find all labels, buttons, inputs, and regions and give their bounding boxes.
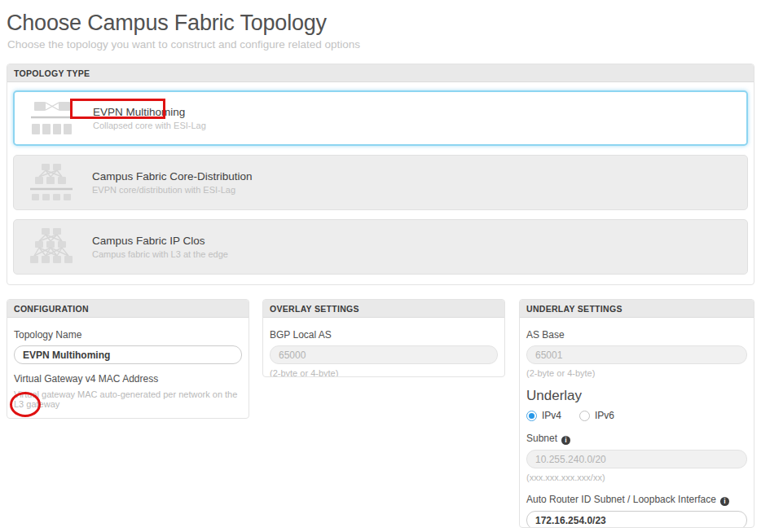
subnet-label-text: Subnet <box>526 433 557 444</box>
vgw-enabled-option[interactable]: Enabled <box>14 417 65 419</box>
subnet-hint: (xxx.xxx.xxx.xxx/xx) <box>526 473 747 482</box>
topology-name-input[interactable] <box>14 345 242 364</box>
ipv4-label: IPv4 <box>542 410 561 421</box>
bgp-local-as-input <box>270 345 498 364</box>
bgp-local-as-label: BGP Local AS <box>270 329 498 341</box>
underlay-settings-header: UNDERLAY SETTINGS <box>520 300 754 318</box>
topology-cards: EVPN Multihoming Collapsed core with ESI… <box>7 82 754 275</box>
underlay-settings-panel: UNDERLAY SETTINGS AS Base (2-byte or 4-b… <box>519 299 754 528</box>
vgw-disabled-label: Disabled <box>99 417 137 419</box>
ip-clos-icon <box>30 227 73 266</box>
as-base-hint: (2-byte or 4-byte) <box>526 368 747 378</box>
page-title: Choose Campus Fabric Topology <box>7 11 327 36</box>
configuration-body: Topology Name Virtual Gateway v4 MAC Add… <box>7 318 249 419</box>
as-base-label: AS Base <box>526 329 747 341</box>
ipv6-label: IPv6 <box>595 410 614 421</box>
topology-type-header: TOPOLOGY TYPE <box>7 64 754 82</box>
underlay-settings-body: AS Base (2-byte or 4-byte) Underlay IPv4… <box>520 318 754 528</box>
virtual-gateway-label: Virtual Gateway v4 MAC Address <box>14 373 242 385</box>
topology-option-text: EVPN Multihoming Collapsed core with ESI… <box>93 106 206 130</box>
ipv4-option[interactable]: IPv4 <box>526 410 561 421</box>
topology-name-label: Topology Name <box>14 329 242 341</box>
topology-option-text: Campus Fabric IP Clos Campus fabric with… <box>92 235 228 259</box>
topology-option-evpn-multihoming[interactable]: EVPN Multihoming Collapsed core with ESI… <box>13 90 748 146</box>
router-id-label: Auto Router ID Subnet / Loopback Interfa… <box>526 494 747 506</box>
router-id-info-icon[interactable]: i <box>720 497 729 506</box>
ipv6-option[interactable]: IPv6 <box>579 410 614 421</box>
configuration-header: CONFIGURATION <box>7 300 249 318</box>
vgw-enabled-radio[interactable] <box>14 418 24 420</box>
topology-option-core-distribution[interactable]: Campus Fabric Core-Distribution EVPN cor… <box>13 155 748 210</box>
router-id-label-text: Auto Router ID Subnet / Loopback Interfa… <box>526 494 716 505</box>
bgp-local-as-hint: (2-byte or 4-byte) <box>270 368 498 377</box>
overlay-settings-header: OVERLAY SETTINGS <box>263 300 504 318</box>
topology-option-ip-clos[interactable]: Campus Fabric IP Clos Campus fabric with… <box>13 219 748 275</box>
page-subtitle: Choose the topology you want to construc… <box>7 38 360 51</box>
subnet-input <box>526 450 747 468</box>
ipv4-radio[interactable] <box>526 411 537 421</box>
subnet-info-icon[interactable]: i <box>561 436 570 445</box>
configuration-panel: CONFIGURATION Topology Name Virtual Gate… <box>7 299 249 419</box>
topology-option-title: Campus Fabric IP Clos <box>92 235 228 247</box>
topology-option-subtitle: Campus fabric with L3 at the edge <box>92 249 228 259</box>
subnet-label: Subneti <box>526 433 747 445</box>
vgw-enabled-label: Enabled <box>29 417 65 419</box>
virtual-gateway-radio-group: Enabled Disabled <box>14 417 242 419</box>
as-base-input <box>526 345 747 364</box>
virtual-gateway-hint: Virtual gateway MAC auto-generated per n… <box>14 389 242 409</box>
ipv6-radio[interactable] <box>579 411 590 421</box>
topology-option-title: EVPN Multihoming <box>93 106 206 118</box>
overlay-settings-panel: OVERLAY SETTINGS BGP Local AS (2-byte or… <box>262 299 505 377</box>
topology-option-subtitle: EVPN core/distribution with ESI-Lag <box>92 185 253 195</box>
topology-option-title: Campus Fabric Core-Distribution <box>92 170 253 182</box>
overlay-settings-body: BGP Local AS (2-byte or 4-byte) <box>263 318 504 377</box>
topology-option-text: Campus Fabric Core-Distribution EVPN cor… <box>92 170 253 195</box>
underlay-heading: Underlay <box>526 388 747 404</box>
topology-option-subtitle: Collapsed core with ESI-Lag <box>93 121 206 130</box>
topology-type-section: TOPOLOGY TYPE <box>7 64 754 285</box>
vgw-disabled-radio[interactable] <box>83 418 94 420</box>
ip-version-radio-group: IPv4 IPv6 <box>526 410 747 421</box>
evpn-multihoming-icon <box>31 99 73 138</box>
router-id-input[interactable] <box>526 511 747 528</box>
vgw-disabled-option[interactable]: Disabled <box>83 417 137 419</box>
campus-fabric-page: Choose Campus Fabric Topology Choose the… <box>0 0 761 532</box>
core-distribution-icon <box>30 163 73 202</box>
